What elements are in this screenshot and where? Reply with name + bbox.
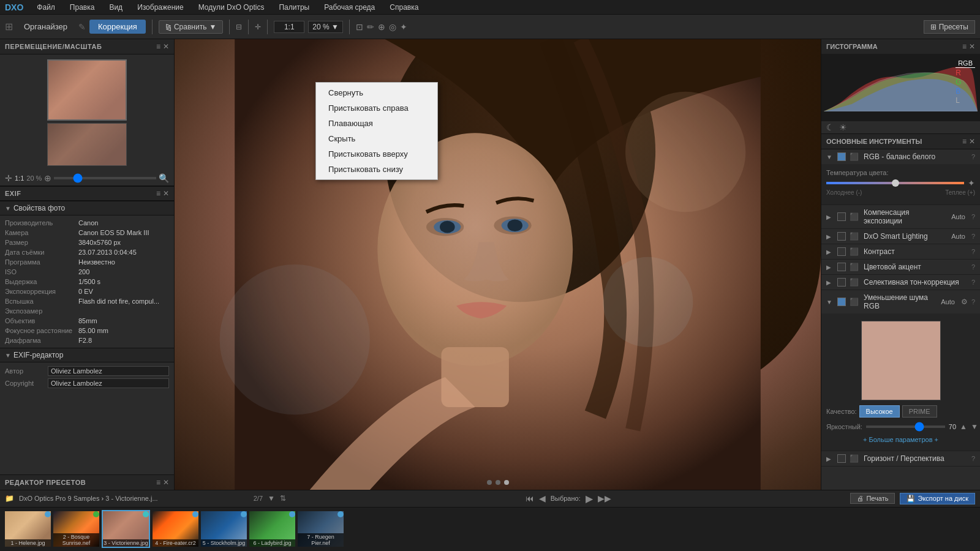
compare-button[interactable]: ⧎ Сравнить ▼ [159, 20, 223, 34]
tool-horizon-help-icon[interactable]: ? [971, 455, 975, 462]
filmstrip-thumb-1[interactable]: 1 - Helene.jpg [5, 511, 51, 547]
presets-close-icon[interactable]: ✕ [163, 478, 169, 487]
tool-smart-lighting-header[interactable]: ▶ ⬛ DxO Smart Lighting Auto ? [821, 229, 980, 244]
main-image-area[interactable]: Свернуть Пристыковать справа Плавающая С… [175, 39, 821, 490]
go-next-icon[interactable]: ▶▶ [598, 493, 611, 503]
sun-icon[interactable]: ☀ [839, 122, 847, 132]
eyedropper-icon[interactable]: ✦ [400, 22, 407, 32]
presets-settings-icon[interactable]: ≡ [156, 478, 160, 487]
zoom-dropdown-icon[interactable]: ▼ [331, 23, 339, 31]
zoom-add-icon[interactable]: ✛ [5, 173, 12, 183]
filmstrip-thumb-4[interactable]: 4 - Fire-eater.cr2 [153, 511, 198, 547]
tool-exposure-help-icon[interactable]: ? [971, 213, 975, 220]
tool-exposure-checkbox[interactable] [837, 212, 846, 221]
presets-button[interactable]: ⊞ Пресеты [924, 20, 975, 34]
tool-selective-tone-checkbox[interactable] [837, 278, 846, 287]
channel-g[interactable]: G [956, 78, 975, 86]
brush-icon[interactable]: ✏ [367, 22, 374, 32]
tool-noise-help-icon[interactable]: ? [971, 298, 975, 305]
more-params-link[interactable]: + Больше параметров + [826, 433, 975, 446]
quality-prime-button[interactable]: PRIME [902, 405, 937, 418]
brightness-down-icon[interactable]: ▼ [971, 422, 978, 431]
tool-color-accent-header[interactable]: ▶ ⬛ Цветовой акцент ? [821, 260, 980, 274]
filmstrip-thumb-5[interactable]: 5 - Stockholm.jpg [201, 511, 247, 547]
menu-help[interactable]: Справка [386, 2, 422, 13]
tool-rgb-wb-checkbox[interactable] [837, 152, 846, 161]
filmstrip-thumb-6[interactable]: 6 - Ladybird.jpg [249, 511, 295, 547]
tool-contrast-help-icon[interactable]: ? [971, 248, 975, 255]
panel-settings-icon[interactable]: ≡ [156, 42, 160, 51]
histogram-settings-icon[interactable]: ≡ [962, 42, 967, 51]
grid-icon[interactable]: ⊞ [5, 21, 13, 32]
wb-eyedropper-icon[interactable]: ✦ [968, 178, 975, 188]
zoom-slider[interactable] [54, 177, 156, 179]
filter-icon[interactable]: ▼ [268, 494, 275, 503]
go-first-icon[interactable]: ⏮ [526, 493, 534, 503]
play-icon[interactable]: ▶ [586, 493, 593, 504]
tool-contrast-header[interactable]: ▶ ⬛ Контраст ? [821, 244, 980, 259]
quality-high-button[interactable]: Высокое [859, 405, 900, 418]
crop-icon[interactable]: ⊡ [356, 22, 363, 32]
menu-item-dock-right[interactable]: Пристыковать справа [316, 100, 437, 116]
channel-b[interactable]: B [956, 87, 975, 96]
tool-selective-tone-help-icon[interactable]: ? [971, 279, 975, 286]
main-thumbnail[interactable] [47, 59, 127, 121]
channel-rgb[interactable]: RGB [956, 59, 975, 68]
moon-icon[interactable]: ☾ [826, 122, 834, 132]
mask-icon[interactable]: ◎ [389, 22, 396, 32]
menu-item-hide[interactable]: Скрыть [316, 131, 437, 146]
tools-settings-icon[interactable]: ≡ [962, 137, 967, 146]
channel-r[interactable]: R [956, 69, 975, 77]
menu-edit[interactable]: Правка [66, 2, 99, 13]
menu-item-dock-bottom[interactable]: Пристыковать снизу [316, 162, 437, 177]
tool-smart-lighting-help-icon[interactable]: ? [971, 233, 975, 240]
pan-icon[interactable]: ✛ [255, 23, 261, 31]
filmstrip-thumb-2[interactable]: 2 - Bosque Sunrise.nef [53, 511, 99, 547]
zoom-search-icon[interactable]: 🔍 [159, 173, 169, 183]
menu-palettes[interactable]: Палитры [275, 2, 313, 13]
menu-view[interactable]: Вид [105, 2, 126, 13]
exif-editor-input-author[interactable] [48, 366, 169, 376]
menu-item-dock-top[interactable]: Пристыковать вверху [316, 146, 437, 162]
exif-editor-input-copyright[interactable] [48, 378, 169, 388]
wb-temperature-slider[interactable] [826, 182, 964, 184]
tool-selective-tone-header[interactable]: ▶ ⬛ Селективная тон-коррекция ? [821, 275, 980, 290]
tool-horizon-header[interactable]: ▶ ⬛ Горизонт / Перспектива ? [821, 451, 980, 466]
secondary-thumbnail[interactable] [47, 123, 127, 166]
tool-exposure-header[interactable]: ▶ ⬛ Компенсация экспозиции Auto ? [821, 205, 980, 228]
go-prev-icon[interactable]: ◀ [539, 493, 546, 503]
stamp-icon[interactable]: ⊕ [378, 22, 385, 32]
panel-close-icon[interactable]: ✕ [163, 42, 169, 51]
channel-l[interactable]: L [956, 96, 975, 105]
menu-modules[interactable]: Модули DxO Optics [195, 2, 268, 13]
histogram-close-icon[interactable]: ✕ [969, 42, 975, 51]
tool-smart-lighting-checkbox[interactable] [837, 232, 846, 241]
sort-icon[interactable]: ⇅ [280, 494, 286, 503]
tools-close-icon[interactable]: ✕ [969, 137, 975, 146]
export-button[interactable]: 💾 Экспорт на диск [900, 493, 975, 504]
tool-noise-reduction-checkbox[interactable] [837, 298, 846, 306]
photo-props-header[interactable]: ▼ Свойства фото [0, 201, 174, 216]
tool-color-accent-help-icon[interactable]: ? [971, 263, 975, 271]
filmstrip-thumb-3[interactable]: 3 - Victorienne.jpg [102, 510, 150, 548]
brightness-up-icon[interactable]: ▲ [960, 422, 967, 431]
menu-item-collapse[interactable]: Свернуть [316, 85, 437, 100]
tool-contrast-checkbox[interactable] [837, 247, 846, 256]
exif-close-icon[interactable]: ✕ [163, 189, 169, 198]
tool-noise-reduction-header[interactable]: ▼ ⬛ Уменьшение шума RGB Auto ⚙ ? [821, 290, 980, 313]
tool-rgb-wb-header[interactable]: ▼ ⬛ RGB - баланс белого ? [821, 149, 980, 164]
brightness-slider[interactable] [866, 425, 945, 428]
exif-settings-icon[interactable]: ≡ [156, 189, 160, 198]
tool-rgb-wb-help-icon[interactable]: ? [971, 153, 975, 160]
tool-horizon-checkbox[interactable] [837, 454, 846, 463]
menu-workspace[interactable]: Рабочая среда [320, 2, 379, 13]
menu-item-floating[interactable]: Плавающая [316, 116, 437, 131]
tool-noise-gear-icon[interactable]: ⚙ [961, 298, 968, 306]
print-button[interactable]: 🖨 Печать [850, 493, 895, 504]
grid-view-icon[interactable]: ⊟ [236, 23, 242, 31]
tool-color-accent-checkbox[interactable] [837, 263, 846, 271]
menu-file[interactable]: Файл [33, 2, 59, 13]
tab-correction[interactable]: Коррекция [89, 20, 146, 34]
filmstrip-thumb-7[interactable]: 7 - Ruegen Pier.nef [298, 511, 344, 547]
tab-organizer[interactable]: Органайзер [17, 20, 75, 34]
